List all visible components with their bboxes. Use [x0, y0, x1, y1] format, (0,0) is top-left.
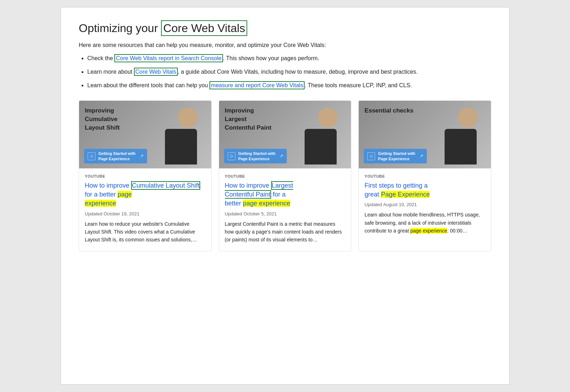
person-body-2 — [305, 129, 337, 164]
person-body-3 — [445, 129, 477, 164]
card-date-2: Updated October 5, 2021 — [225, 211, 346, 216]
badge-icon-1: ◇ — [88, 152, 95, 160]
card-thumbnail-title-3: Essential checks — [364, 106, 413, 115]
bullet-text-2: Learn more about — [87, 69, 134, 75]
person-body-1 — [165, 129, 197, 164]
badge-label-2: Getting Started withPage Experience — [238, 151, 276, 161]
card-cls: ImprovingCumulativeLayout Shift ◇ Gettin… — [79, 100, 212, 251]
person-head-3 — [458, 108, 478, 127]
card-badge-3[interactable]: ◇ Getting Started withPage Experience ↗ — [364, 149, 427, 163]
resource-list: Check the Core Web Vitals report in Sear… — [79, 54, 491, 90]
highlight-page-2: page experience — [243, 200, 290, 207]
search-console-link[interactable]: Core Web Vitals report in Search Console — [114, 54, 223, 62]
card-body-2: YOUTUBE How to improve LargestContentful… — [219, 168, 351, 251]
list-item: Learn about the different tools that can… — [87, 81, 491, 90]
card-badge-1[interactable]: ◇ Getting Started withPage Experience ↗ — [84, 149, 147, 163]
card-source-3: YOUTUBE — [364, 174, 485, 178]
card-source-1: YOUTUBE — [85, 174, 206, 178]
highlight-pe-3: Page Experience — [381, 191, 430, 198]
bullet-text-3: Learn about the different tools that can… — [87, 82, 209, 88]
card-title-box-2: LargestContentful Paint — [225, 181, 293, 199]
cards-row: ImprovingCumulativeLayout Shift ◇ Gettin… — [79, 100, 491, 251]
page-title: Optimizing your Core Web Vitals — [79, 22, 491, 35]
card-body-3: YOUTUBE First steps to getting agreat Pa… — [359, 168, 491, 242]
list-item: Learn more about Core Web Vitals, a guid… — [87, 68, 491, 76]
card-pe: Essential checks ◇ Getting Started withP… — [358, 100, 491, 251]
badge-icon-3: ◇ — [367, 152, 375, 160]
highlight-page-1: page — [118, 191, 132, 198]
card-badge-2[interactable]: ◇ Getting Started withPage Experience ↗ — [224, 149, 287, 163]
badge-label-3: Getting Started withPage Experience — [378, 151, 415, 161]
highlight-desc-pe-3: page experience — [410, 228, 447, 234]
bullet-text-1b: . This shows how your pages perform. — [223, 55, 319, 61]
person-1 — [158, 108, 204, 168]
person-2 — [297, 108, 344, 168]
card-link-3[interactable]: First steps to getting agreat Page Exper… — [364, 181, 485, 199]
card-thumbnail-title-2: ImprovingLargestContentful Paint — [225, 106, 271, 132]
bullet-text-3b: . These tools measure LCP, INP, and CLS. — [305, 82, 412, 88]
card-body-1: YOUTUBE How to improve Cumulative Layout… — [79, 168, 211, 251]
card-thumbnail-3: Essential checks ◇ Getting Started withP… — [359, 101, 491, 168]
person-head-2 — [318, 108, 338, 127]
badge-arrow-3: ↗ — [420, 153, 423, 159]
intro-text: Here are some resources that can help yo… — [79, 42, 491, 48]
card-link-1[interactable]: How to improve Cumulative Layout Shift f… — [85, 181, 206, 208]
cwv-guide-link[interactable]: Core Web Vitals — [134, 68, 178, 76]
list-item: Check the Core Web Vitals report in Sear… — [87, 54, 491, 63]
badge-arrow-1: ↗ — [140, 153, 144, 159]
card-link-2[interactable]: How to improve LargestContentful Paint f… — [225, 181, 346, 208]
highlight-exp-1: experience — [85, 200, 116, 207]
card-thumbnail-1: ImprovingCumulativeLayout Shift ◇ Gettin… — [79, 101, 211, 168]
card-desc-3: Learn about how mobile friendliness, HTT… — [364, 211, 485, 235]
badge-label-1: Getting Started withPage Experience — [98, 151, 136, 161]
card-date-1: Updated October 19, 2021 — [85, 211, 206, 216]
card-title-box-1: Cumulative Layout Shift — [131, 181, 200, 190]
badge-icon-2: ◇ — [228, 152, 235, 160]
card-source-2: YOUTUBE — [225, 174, 346, 178]
card-lcp: ImprovingLargestContentful Paint ◇ Getti… — [219, 100, 352, 251]
measure-tools-link[interactable]: measure and report Core Web Vitals — [209, 81, 305, 89]
card-desc-1: Learn how to reduce your website's Cumul… — [85, 220, 206, 244]
bullet-text-1: Check the — [87, 55, 114, 61]
card-date-3: Updated August 10, 2021 — [364, 202, 485, 207]
person-3 — [437, 108, 484, 168]
person-head-1 — [178, 108, 198, 127]
main-container: Optimizing your Core Web Vitals Here are… — [61, 7, 509, 385]
card-thumbnail-2: ImprovingLargestContentful Paint ◇ Getti… — [219, 101, 351, 168]
card-thumbnail-title-1: ImprovingCumulativeLayout Shift — [85, 106, 120, 132]
title-prefix: Optimizing your — [79, 22, 161, 35]
title-highlight: Core Web Vitals — [161, 20, 247, 36]
badge-arrow-2: ↗ — [280, 153, 283, 159]
card-desc-2: Largest Contentful Paint is a metric tha… — [225, 220, 346, 244]
bullet-text-2b: , a guide about Core Web Vitals, includi… — [178, 69, 418, 75]
